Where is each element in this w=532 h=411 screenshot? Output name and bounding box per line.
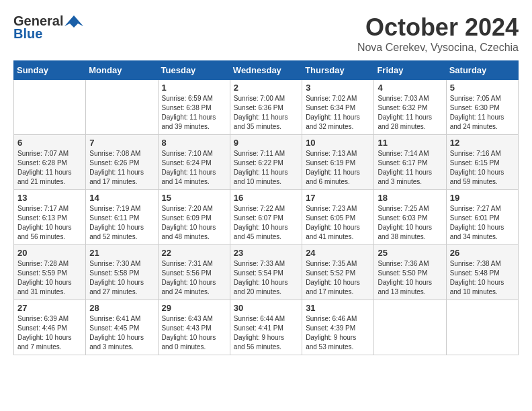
day-info: Sunrise: 7:08 AM Sunset: 6:26 PM Dayligh… — [89, 149, 154, 187]
weekday-header-row: SundayMondayTuesdayWednesdayThursdayFrid… — [14, 61, 519, 80]
day-number: 17 — [306, 193, 370, 203]
day-number: 7 — [89, 138, 154, 148]
day-number: 21 — [89, 248, 154, 258]
calendar-cell — [446, 300, 518, 355]
day-number: 9 — [234, 138, 298, 148]
day-info: Sunrise: 7:17 AM Sunset: 6:13 PM Dayligh… — [17, 204, 82, 242]
day-info: Sunrise: 7:10 AM Sunset: 6:24 PM Dayligh… — [162, 149, 226, 187]
header: General Blue October 2024 Nova Cerekev, … — [13, 13, 519, 54]
day-info: Sunrise: 6:44 AM Sunset: 4:41 PM Dayligh… — [234, 314, 298, 352]
logo-blue-text: Blue — [13, 26, 42, 42]
day-info: Sunrise: 7:03 AM Sunset: 6:32 PM Dayligh… — [378, 94, 442, 132]
day-info: Sunrise: 7:33 AM Sunset: 5:54 PM Dayligh… — [234, 259, 298, 297]
day-number: 30 — [234, 303, 298, 313]
day-number: 11 — [378, 138, 442, 148]
day-number: 16 — [234, 193, 298, 203]
day-number: 31 — [306, 303, 370, 313]
day-info: Sunrise: 7:36 AM Sunset: 5:50 PM Dayligh… — [378, 259, 442, 297]
day-info: Sunrise: 7:14 AM Sunset: 6:17 PM Dayligh… — [378, 149, 442, 187]
calendar-cell: 31Sunrise: 6:46 AM Sunset: 4:39 PM Dayli… — [302, 300, 374, 355]
title-area: October 2024 Nova Cerekev, Vysocina, Cze… — [357, 13, 519, 54]
day-info: Sunrise: 6:41 AM Sunset: 4:45 PM Dayligh… — [89, 314, 154, 352]
calendar-cell: 8Sunrise: 7:10 AM Sunset: 6:24 PM Daylig… — [158, 135, 230, 190]
week-row-1: 1Sunrise: 6:59 AM Sunset: 6:38 PM Daylig… — [14, 80, 519, 135]
calendar-cell: 4Sunrise: 7:03 AM Sunset: 6:32 PM Daylig… — [374, 80, 446, 135]
calendar-cell — [374, 300, 446, 355]
calendar-cell: 11Sunrise: 7:14 AM Sunset: 6:17 PM Dayli… — [374, 135, 446, 190]
day-number: 5 — [450, 83, 515, 93]
day-number: 20 — [17, 248, 82, 258]
day-number: 1 — [162, 83, 226, 93]
weekday-header-saturday: Saturday — [446, 61, 518, 80]
day-info: Sunrise: 7:16 AM Sunset: 6:15 PM Dayligh… — [450, 149, 515, 187]
day-info: Sunrise: 7:02 AM Sunset: 6:34 PM Dayligh… — [306, 94, 370, 132]
month-title: October 2024 — [357, 13, 519, 42]
day-info: Sunrise: 7:38 AM Sunset: 5:48 PM Dayligh… — [450, 259, 515, 297]
week-row-5: 27Sunrise: 6:39 AM Sunset: 4:46 PM Dayli… — [14, 300, 519, 355]
day-number: 24 — [306, 248, 370, 258]
calendar-cell: 25Sunrise: 7:36 AM Sunset: 5:50 PM Dayli… — [374, 245, 446, 300]
calendar-cell: 28Sunrise: 6:41 AM Sunset: 4:45 PM Dayli… — [86, 300, 158, 355]
logo: General Blue — [13, 13, 83, 42]
day-number: 15 — [162, 193, 226, 203]
day-info: Sunrise: 7:00 AM Sunset: 6:36 PM Dayligh… — [234, 94, 298, 132]
weekday-header-friday: Friday — [374, 61, 446, 80]
calendar-cell: 29Sunrise: 6:43 AM Sunset: 4:43 PM Dayli… — [158, 300, 230, 355]
day-number: 19 — [450, 193, 515, 203]
calendar-cell: 1Sunrise: 6:59 AM Sunset: 6:38 PM Daylig… — [158, 80, 230, 135]
day-number: 10 — [306, 138, 370, 148]
day-number: 14 — [89, 193, 154, 203]
day-number: 27 — [17, 303, 82, 313]
calendar-cell: 12Sunrise: 7:16 AM Sunset: 6:15 PM Dayli… — [446, 135, 518, 190]
day-number: 12 — [450, 138, 515, 148]
day-number: 4 — [378, 83, 442, 93]
calendar-cell: 5Sunrise: 7:05 AM Sunset: 6:30 PM Daylig… — [446, 80, 518, 135]
day-number: 8 — [162, 138, 226, 148]
calendar-cell: 30Sunrise: 6:44 AM Sunset: 4:41 PM Dayli… — [230, 300, 302, 355]
day-number: 28 — [89, 303, 154, 313]
calendar-cell — [86, 80, 158, 135]
day-info: Sunrise: 6:59 AM Sunset: 6:38 PM Dayligh… — [162, 94, 226, 132]
day-info: Sunrise: 7:30 AM Sunset: 5:58 PM Dayligh… — [89, 259, 154, 297]
day-info: Sunrise: 7:31 AM Sunset: 5:56 PM Dayligh… — [162, 259, 226, 297]
calendar-cell: 20Sunrise: 7:28 AM Sunset: 5:59 PM Dayli… — [14, 245, 86, 300]
week-row-4: 20Sunrise: 7:28 AM Sunset: 5:59 PM Dayli… — [14, 245, 519, 300]
calendar-cell: 26Sunrise: 7:38 AM Sunset: 5:48 PM Dayli… — [446, 245, 518, 300]
day-number: 6 — [17, 138, 82, 148]
day-number: 26 — [450, 248, 515, 258]
calendar-cell: 14Sunrise: 7:19 AM Sunset: 6:11 PM Dayli… — [86, 190, 158, 245]
day-info: Sunrise: 7:19 AM Sunset: 6:11 PM Dayligh… — [89, 204, 154, 242]
day-info: Sunrise: 7:20 AM Sunset: 6:09 PM Dayligh… — [162, 204, 226, 242]
day-number: 2 — [234, 83, 298, 93]
calendar-cell: 2Sunrise: 7:00 AM Sunset: 6:36 PM Daylig… — [230, 80, 302, 135]
day-number: 13 — [17, 193, 82, 203]
location-title: Nova Cerekev, Vysocina, Czechia — [357, 42, 519, 54]
calendar-table: SundayMondayTuesdayWednesdayThursdayFrid… — [13, 60, 519, 355]
weekday-header-sunday: Sunday — [14, 61, 86, 80]
calendar-cell: 17Sunrise: 7:23 AM Sunset: 6:05 PM Dayli… — [302, 190, 374, 245]
day-info: Sunrise: 7:07 AM Sunset: 6:28 PM Dayligh… — [17, 149, 82, 187]
calendar-cell: 9Sunrise: 7:11 AM Sunset: 6:22 PM Daylig… — [230, 135, 302, 190]
logo-bird-icon — [64, 14, 83, 29]
calendar-cell: 27Sunrise: 6:39 AM Sunset: 4:46 PM Dayli… — [14, 300, 86, 355]
day-info: Sunrise: 7:05 AM Sunset: 6:30 PM Dayligh… — [450, 94, 515, 132]
calendar-cell: 22Sunrise: 7:31 AM Sunset: 5:56 PM Dayli… — [158, 245, 230, 300]
calendar-cell: 7Sunrise: 7:08 AM Sunset: 6:26 PM Daylig… — [86, 135, 158, 190]
day-info: Sunrise: 7:25 AM Sunset: 6:03 PM Dayligh… — [378, 204, 442, 242]
day-info: Sunrise: 7:22 AM Sunset: 6:07 PM Dayligh… — [234, 204, 298, 242]
weekday-header-tuesday: Tuesday — [158, 61, 230, 80]
day-info: Sunrise: 6:43 AM Sunset: 4:43 PM Dayligh… — [162, 314, 226, 352]
calendar-cell: 15Sunrise: 7:20 AM Sunset: 6:09 PM Dayli… — [158, 190, 230, 245]
day-info: Sunrise: 7:23 AM Sunset: 6:05 PM Dayligh… — [306, 204, 370, 242]
svg-marker-0 — [64, 15, 83, 28]
day-info: Sunrise: 6:46 AM Sunset: 4:39 PM Dayligh… — [306, 314, 370, 352]
calendar-cell: 23Sunrise: 7:33 AM Sunset: 5:54 PM Dayli… — [230, 245, 302, 300]
calendar-cell: 6Sunrise: 7:07 AM Sunset: 6:28 PM Daylig… — [14, 135, 86, 190]
weekday-header-wednesday: Wednesday — [230, 61, 302, 80]
weekday-header-monday: Monday — [86, 61, 158, 80]
day-info: Sunrise: 7:27 AM Sunset: 6:01 PM Dayligh… — [450, 204, 515, 242]
day-number: 29 — [162, 303, 226, 313]
week-row-3: 13Sunrise: 7:17 AM Sunset: 6:13 PM Dayli… — [14, 190, 519, 245]
day-info: Sunrise: 7:13 AM Sunset: 6:19 PM Dayligh… — [306, 149, 370, 187]
day-info: Sunrise: 7:11 AM Sunset: 6:22 PM Dayligh… — [234, 149, 298, 187]
